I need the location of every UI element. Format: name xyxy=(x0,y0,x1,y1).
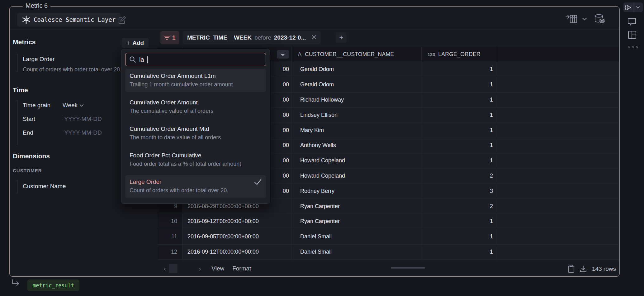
dimension-group-label: CUSTOMER xyxy=(13,168,42,173)
cell-large-order[interactable]: 1 xyxy=(422,77,498,92)
check-icon xyxy=(254,179,262,186)
filter-icon xyxy=(164,36,170,40)
pagination xyxy=(168,264,197,273)
edit-icon[interactable] xyxy=(117,15,127,26)
cell-large-order[interactable]: 1 xyxy=(422,138,498,153)
search-query: la xyxy=(139,56,144,63)
view-source-data-icon[interactable] xyxy=(594,14,606,24)
cell-metric-time[interactable]: 2016-09-12T00:00:00+00:00 xyxy=(182,214,291,229)
cell-customer-name[interactable]: Howard Copeland xyxy=(292,169,421,184)
filter-operator: before xyxy=(254,34,271,41)
number-type-icon: 123 xyxy=(428,52,435,57)
cell-customer-name[interactable]: Daniel Small xyxy=(292,245,421,260)
more-menu-icon[interactable] xyxy=(628,46,638,48)
cell-customer-name[interactable]: Ryan Carpenter xyxy=(292,214,421,229)
row-number: 10 xyxy=(158,214,182,229)
output-variable-pill[interactable]: metric_result xyxy=(27,279,79,291)
cell-title[interactable]: Metric 6 xyxy=(23,2,50,9)
column-header-customer-name[interactable]: A CUSTOMER__CUSTOMER_NAME xyxy=(298,47,394,62)
cell-customer-name[interactable]: Lindsey Ellison xyxy=(292,107,421,122)
comment-icon[interactable] xyxy=(627,17,637,27)
time-heading: Time xyxy=(13,86,28,94)
cell-large-order[interactable]: 1 xyxy=(422,214,498,229)
metric-option-title: Cumulative Order Ammount L1m xyxy=(130,72,262,80)
layout-icon[interactable] xyxy=(628,31,637,41)
copy-icon[interactable] xyxy=(568,265,575,273)
column-filter-indicator-icon[interactable] xyxy=(277,50,289,59)
dimension-item-indicator xyxy=(17,180,17,193)
page-button[interactable] xyxy=(187,264,196,273)
run-cell-button-group[interactable] xyxy=(623,2,643,12)
cell-customer-name[interactable]: Rodney Berry xyxy=(292,184,421,198)
filter-chip[interactable]: METRIC_TIME__WEEK before 2023-12-0... xyxy=(183,31,321,44)
metric-search-input[interactable]: la xyxy=(125,53,266,66)
dimensions-heading: Dimensions xyxy=(13,152,50,160)
table-row[interactable]: 11 2016-09-05T00:00:00+00:00 Daniel Smal… xyxy=(158,229,619,245)
metrics-heading: Metrics xyxy=(13,38,36,46)
prev-page-button[interactable]: ‹ xyxy=(161,265,168,272)
add-metric-button[interactable]: + Add xyxy=(122,38,149,48)
horizontal-scrollbar[interactable] xyxy=(391,267,425,269)
cell-large-order[interactable]: 2 xyxy=(422,199,498,214)
cell-customer-name[interactable]: Mary Kim xyxy=(292,123,421,138)
cell-customer-name[interactable]: Daniel Small xyxy=(292,229,421,244)
cell-customer-name[interactable]: Ryan Carpenter xyxy=(292,199,421,214)
column-header-large-order[interactable]: 123 LARGE_ORDER xyxy=(428,47,481,62)
search-icon xyxy=(129,56,136,63)
format-menu[interactable]: Format xyxy=(232,265,251,272)
metric-option[interactable]: Large Order Count of orders with order t… xyxy=(125,175,266,198)
close-icon[interactable] xyxy=(312,34,316,41)
cell-large-order[interactable]: 1 xyxy=(422,229,498,244)
filter-value: 2023-12-0... xyxy=(274,34,306,41)
cell-large-order[interactable]: 3 xyxy=(422,184,498,198)
cell-customer-name[interactable]: Howard Copeland xyxy=(292,153,421,168)
metric-option[interactable]: Cumulative Order Amount The cumulative v… xyxy=(125,96,266,118)
download-icon[interactable] xyxy=(580,265,587,273)
metric-option-description: Count of orders with order total over 20… xyxy=(130,186,262,195)
cell-customer-name[interactable]: Richard Holloway xyxy=(292,93,421,107)
page-button[interactable] xyxy=(178,264,187,273)
semantic-layer-chip[interactable]: Coalesce Semantic Layer xyxy=(17,13,121,26)
cell-large-order[interactable]: 1 xyxy=(422,62,498,77)
chevron-down-icon[interactable] xyxy=(633,6,643,9)
grid-line xyxy=(498,47,498,260)
cell-metric-time[interactable]: 2016-09-12T00:00:00+00:00 xyxy=(182,245,291,260)
chevron-down-icon[interactable] xyxy=(582,17,587,21)
cell-large-order[interactable]: 1 xyxy=(422,245,498,260)
grid-line xyxy=(291,47,292,260)
cell-large-order[interactable]: 1 xyxy=(422,123,498,138)
output-arrow-icon xyxy=(11,279,21,289)
add-filter-button[interactable]: + xyxy=(336,32,347,43)
metric-options-list: Cumulative Order Ammount L1m Trailing 1 … xyxy=(125,69,266,198)
grid-line xyxy=(421,47,422,260)
cell-customer-name[interactable]: Gerald Odom xyxy=(292,62,421,77)
time-section-indicator xyxy=(17,100,17,145)
next-page-button[interactable]: › xyxy=(197,265,204,272)
metric-option[interactable]: Cumulative Order Ammount L1m Trailing 1 … xyxy=(125,69,266,92)
cell-source-title: Coalesce Semantic Layer xyxy=(34,16,116,23)
dimension-item-customer-name[interactable]: Customer Name xyxy=(23,183,66,190)
filter-count-badge[interactable]: 1 xyxy=(160,31,179,44)
cell-metric-time[interactable]: 2016-09-05T00:00:00+00:00 xyxy=(182,229,291,244)
chevron-down-icon xyxy=(79,104,84,107)
view-menu[interactable]: View xyxy=(211,265,224,272)
push-to-table-icon[interactable] xyxy=(565,14,578,24)
cell-customer-name[interactable]: Gerald Odom xyxy=(292,77,421,92)
cell-large-order[interactable]: 1 xyxy=(422,153,498,168)
metric-option[interactable]: Cumulative Order Amount Mtd The month to… xyxy=(125,122,266,145)
table-row[interactable]: 12 2016-09-12T00:00:00+00:00 Daniel Smal… xyxy=(158,245,619,260)
table-row[interactable]: 10 2016-09-12T00:00:00+00:00 Ryan Carpen… xyxy=(158,214,619,229)
cell-large-order[interactable]: 1 xyxy=(422,93,498,107)
cell-large-order[interactable]: 1 xyxy=(422,107,498,122)
start-date-input[interactable]: YYYY-MM-DD xyxy=(64,116,102,122)
selected-metric-name[interactable]: Large Order xyxy=(23,56,54,63)
end-date-input[interactable]: YYYY-MM-DD xyxy=(64,129,102,136)
metric-option-title: Cumulative Order Amount Mtd xyxy=(130,125,262,133)
metric-option-title: Cumulative Order Amount xyxy=(130,98,262,107)
time-grain-select[interactable]: Week xyxy=(63,102,84,109)
metric-option[interactable]: Food Order Pct Cumulative Food order tot… xyxy=(125,149,266,171)
cell-customer-name[interactable]: Anthony Wells xyxy=(292,138,421,153)
page-button[interactable] xyxy=(169,264,178,273)
cell-large-order[interactable]: 2 xyxy=(422,169,498,184)
run-cell-icon[interactable] xyxy=(623,5,633,10)
